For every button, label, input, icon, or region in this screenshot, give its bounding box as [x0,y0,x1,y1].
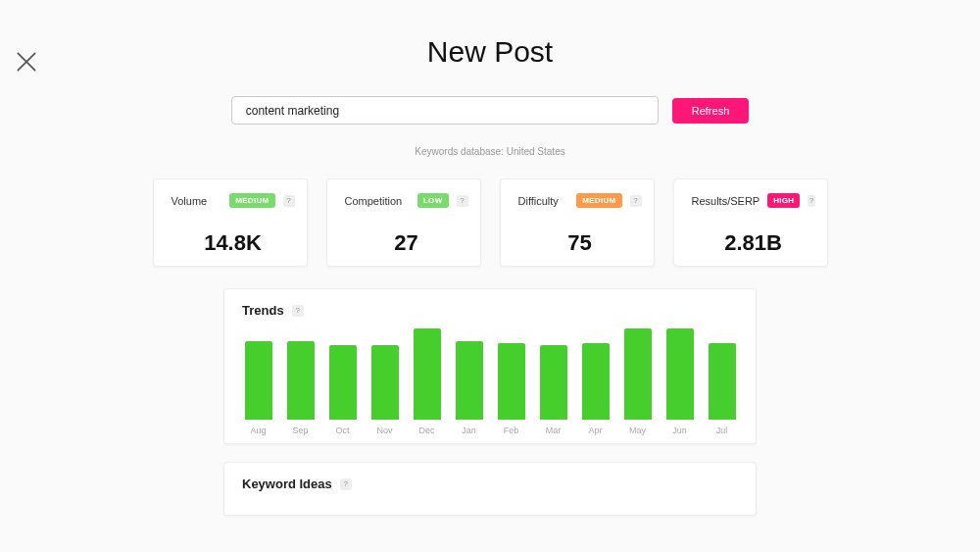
bar-label: May [629,426,646,435]
bar [582,343,610,420]
bar [414,328,441,420]
bar-label: Apr [588,426,602,435]
bar [371,345,399,420]
metric-card-difficulty: DifficultyMEDIUM?75 [500,178,655,267]
bar [498,343,525,420]
bar-label: Jun [672,426,687,435]
help-icon[interactable]: ? [808,195,814,207]
bar-label: Sep [292,426,308,435]
trend-bar: Apr [579,343,612,435]
trend-bar: Oct [326,345,359,435]
search-row: Refresh [0,96,980,125]
trend-bar: Jun [663,328,696,435]
metric-value: 2.81B [692,230,815,256]
trend-bar: Sep [284,341,317,435]
search-input[interactable] [231,96,659,125]
bar [329,345,357,420]
help-icon[interactable]: ? [457,195,468,207]
help-icon[interactable]: ? [340,478,352,490]
metric-badge: LOW [417,193,449,208]
refresh-button[interactable]: Refresh [672,98,750,124]
trend-bar: Feb [495,343,527,435]
metric-badge: MEDIUM [229,193,274,208]
bar [245,341,272,420]
close-button[interactable] [14,49,39,75]
metric-card-volume: VolumeMEDIUM?14.8K [153,178,308,267]
page-title: New Post [0,35,980,69]
metric-badge: MEDIUM [576,193,621,208]
help-icon[interactable]: ? [283,195,295,207]
trend-bar: Dec [411,328,443,435]
bar [624,328,652,420]
metric-badge: HIGH [767,193,800,208]
trends-title: Trends [242,303,284,318]
trend-bar: Nov [368,345,401,435]
metric-label: Volume [172,195,222,207]
trends-chart: AugSepOctNovDecJanFebMarAprMayJunJul [242,327,738,435]
metric-label: Difficulty [518,195,569,207]
keyword-ideas-card: Keyword Ideas ? [223,462,757,516]
trend-bar: Mar [537,345,569,435]
trend-bar: May [621,328,654,435]
trend-bar: Jul [706,343,738,435]
trend-bar: Jan [453,341,485,435]
bar-label: Jan [462,426,476,435]
metric-label: Competition [345,195,410,207]
trend-bar: Aug [242,341,274,435]
close-icon [14,49,39,75]
trends-card: Trends ? AugSepOctNovDecJanFebMarAprMayJ… [223,288,757,444]
help-icon[interactable]: ? [292,305,304,317]
bar-label: Oct [335,426,349,435]
bar-label: Aug [250,426,266,435]
keyword-ideas-title: Keyword Ideas [242,477,332,491]
bar [666,328,694,420]
bar [540,345,567,420]
bar [709,343,736,420]
metrics-row: VolumeMEDIUM?14.8KCompetitionLOW?27Diffi… [0,178,980,267]
bar-label: Feb [504,426,519,435]
metric-value: 27 [345,230,468,256]
bar-label: Mar [546,426,562,435]
metric-card-competition: CompetitionLOW?27 [326,178,481,267]
bar-label: Dec [418,426,434,435]
bar [456,341,483,420]
metric-value: 75 [518,230,642,256]
metric-label: Results/SERP [692,195,760,207]
bar-label: Nov [376,426,392,435]
metric-value: 14.8K [172,230,295,256]
help-icon[interactable]: ? [630,195,642,207]
database-note: Keywords database: United States [0,146,980,157]
bar [287,341,315,420]
metric-card-results-serp: Results/SERPHIGH?2.81B [673,178,828,267]
bar-label: Jul [716,426,728,435]
